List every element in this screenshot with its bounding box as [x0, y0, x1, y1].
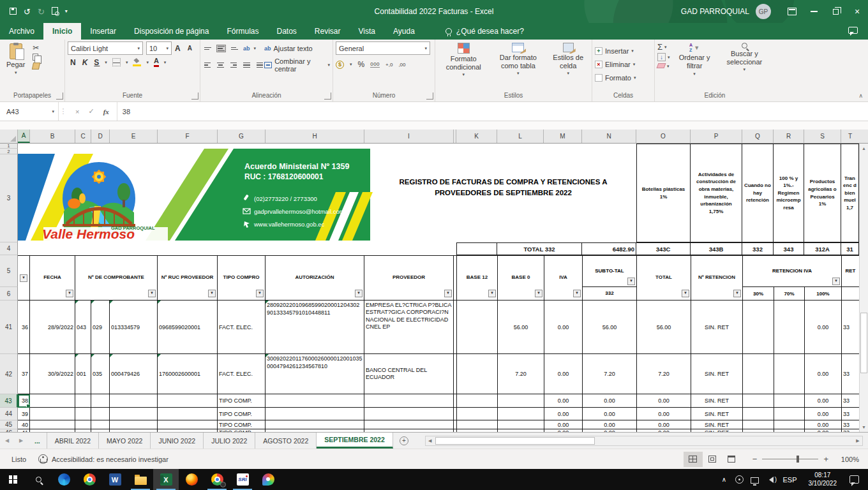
col-header-D[interactable]: D — [91, 130, 110, 143]
cell-B44[interactable] — [30, 408, 75, 420]
cell-S44[interactable]: 0.00 — [805, 408, 842, 420]
zoom-out-icon[interactable]: − — [752, 454, 758, 464]
cell-K44[interactable] — [457, 408, 498, 420]
undo-icon[interactable]: ↺ — [24, 8, 31, 16]
cell-I46[interactable] — [364, 429, 454, 432]
row-header-1[interactable]: 1 — [0, 144, 18, 149]
header-A-filter[interactable]: ▼ — [18, 255, 30, 301]
cell-E46[interactable] — [110, 429, 158, 432]
format-as-table-button[interactable]: Dar formato como tabla ▾ — [489, 41, 547, 77]
underline-button[interactable]: S — [94, 58, 100, 67]
header-total[interactable]: TOTAL▼ — [637, 255, 691, 301]
cell-R45[interactable] — [774, 420, 805, 429]
formula-input[interactable]: 38 — [117, 102, 130, 121]
header-subtotal[interactable]: SUBTO-TAL▼ — [583, 256, 636, 287]
cell-F46[interactable] — [158, 429, 218, 432]
cell-G45[interactable]: TIPO COMP. — [218, 420, 266, 429]
ribbon-display-options-icon[interactable] — [781, 0, 803, 23]
tab-archivo[interactable]: Archivo — [0, 23, 43, 40]
row-header-2[interactable]: 2 — [0, 149, 18, 154]
cancel-icon[interactable]: × — [75, 108, 79, 115]
comma-style-icon[interactable]: 000 — [370, 61, 380, 68]
cell-Q42[interactable] — [743, 354, 774, 394]
increase-decimal-icon[interactable]: +,0 — [385, 62, 393, 68]
align-right-icon[interactable] — [229, 61, 238, 69]
cut-icon[interactable]: ✂ — [33, 44, 40, 52]
cell-R42[interactable] — [774, 354, 805, 394]
cell-H42[interactable]: 3009202201176000260000120010350004794261… — [266, 354, 364, 394]
align-bottom-icon[interactable] — [230, 46, 239, 52]
header-base12[interactable]: BASE 12▼ — [457, 255, 498, 301]
header-ret-cut[interactable]: RET — [842, 256, 859, 287]
col-header-L[interactable]: L — [497, 130, 544, 143]
header-retencion-iva[interactable]: RETENCION IVA▼ — [743, 256, 841, 287]
cell-C43[interactable] — [75, 394, 91, 408]
header-fecha[interactable]: FECHA▼ — [30, 255, 75, 301]
header-comprobante[interactable]: Nº DE COMPROBANTE▼ — [75, 255, 158, 301]
cell-T44[interactable]: 33 — [842, 408, 859, 420]
sheet-tab-mayo[interactable]: MAYO 2022 — [99, 433, 151, 449]
cell-A41[interactable]: 36 — [18, 301, 30, 354]
sheet-tab-abril[interactable]: ABRIL 2022 — [47, 433, 99, 449]
cell-O41[interactable]: 56.00 — [637, 301, 691, 354]
col-header-G[interactable]: G — [218, 130, 266, 143]
cell-H46[interactable] — [266, 429, 364, 432]
underline-dropdown-icon[interactable]: ▾ — [105, 60, 107, 65]
decrease-font-icon[interactable]: A — [188, 45, 196, 52]
header-botellas[interactable]: Botellas plásticas 1% — [636, 144, 691, 242]
cell-M41[interactable]: 0.00 — [544, 301, 583, 354]
cell-P46[interactable]: SIN. RET — [691, 429, 743, 432]
vertical-scrollbar[interactable]: ▲ ▼ — [859, 144, 868, 432]
alignment-dialog-launcher[interactable] — [324, 93, 331, 100]
find-select-button[interactable]: Buscar y seleccionar ▾ — [717, 41, 772, 73]
cell-F41[interactable]: 0968599020001 — [158, 301, 218, 354]
code-343[interactable]: 343 — [774, 242, 804, 255]
font-dialog-launcher[interactable] — [191, 93, 198, 100]
autosum-icon[interactable]: Σ▾ — [657, 43, 670, 51]
cell-H45[interactable] — [266, 420, 364, 429]
filter-icon[interactable]: ▼ — [256, 290, 264, 297]
cell-S45[interactable]: 0.00 — [805, 420, 842, 429]
cell-K45[interactable] — [457, 420, 498, 429]
col-header-A[interactable]: A — [18, 130, 30, 143]
filter-icon[interactable]: ▼ — [627, 278, 635, 285]
header-70pct[interactable]: 70% — [774, 287, 805, 300]
cell-L45[interactable] — [498, 420, 544, 429]
edge-button[interactable] — [51, 469, 77, 490]
cell-Q45[interactable] — [743, 420, 774, 429]
cell-E44[interactable] — [110, 408, 158, 420]
notification-center-icon[interactable] — [849, 475, 859, 484]
cell-O44[interactable]: 0.00 — [637, 408, 691, 420]
cell-D46[interactable] — [91, 429, 110, 432]
cell-O42[interactable]: 7.20 — [637, 354, 691, 394]
cell-L41[interactable]: 56.00 — [498, 301, 544, 354]
cell-T41[interactable]: 33 — [842, 301, 859, 354]
cell-R41[interactable] — [774, 301, 805, 354]
filter-icon[interactable]: ▼ — [535, 290, 542, 297]
chrome-button[interactable] — [77, 469, 102, 490]
tell-me-search[interactable]: ¿Qué desea hacer? — [445, 23, 524, 40]
cell-E41[interactable]: 013334579 — [110, 301, 158, 354]
cell-O45[interactable]: 0.00 — [637, 420, 691, 429]
cell-D42[interactable]: 035 — [91, 354, 110, 394]
cell-Q44[interactable] — [743, 408, 774, 420]
cell-S46[interactable]: 0.00 — [805, 429, 842, 432]
col-header-C[interactable]: C — [75, 130, 91, 143]
cell-B41[interactable]: 28/9/2022 — [30, 301, 75, 354]
cell-O43[interactable]: 0.00 — [637, 394, 691, 408]
fill-down-icon[interactable]: ↓▾ — [657, 53, 670, 61]
italic-button[interactable]: K — [82, 58, 89, 67]
cell-D41[interactable]: 029 — [91, 301, 110, 354]
merge-center-button[interactable]: Combinar y centrar ▾ — [264, 58, 330, 72]
cell-K43[interactable] — [457, 394, 498, 408]
cell-A44[interactable]: 39 — [18, 408, 30, 420]
row-header-45[interactable]: 45 — [0, 420, 18, 429]
scroll-down-icon[interactable]: ▼ — [860, 422, 868, 432]
cell-R44[interactable] — [774, 408, 805, 420]
zoom-slider[interactable] — [762, 459, 818, 459]
filter-icon[interactable]: ▼ — [208, 290, 216, 297]
cell-S41[interactable]: 0.00 — [805, 301, 842, 354]
sheet-tab-junio[interactable]: JUNIO 2022 — [151, 433, 204, 449]
cell-H43[interactable] — [266, 394, 364, 408]
zoom-level[interactable]: 100% — [834, 456, 859, 463]
